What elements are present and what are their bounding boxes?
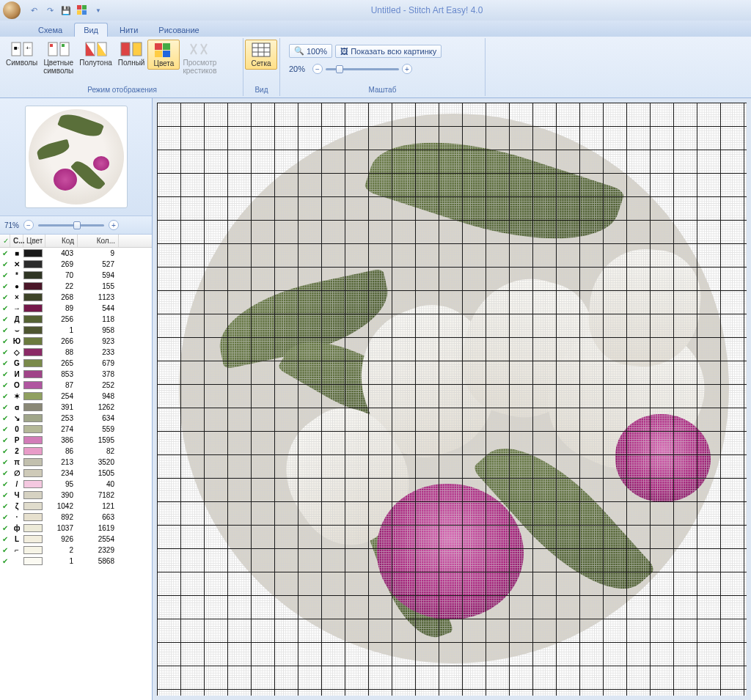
- code-cell: 1: [45, 557, 78, 565]
- code-cell: 1042: [45, 502, 78, 510]
- symbol-cell: G: [10, 359, 23, 367]
- svg-rect-2: [77, 10, 81, 15]
- table-row[interactable]: ✔ Д 256 118: [0, 314, 152, 325]
- table-row[interactable]: ✔ ✶ 254 948: [0, 391, 152, 402]
- code-cell: 269: [45, 260, 78, 268]
- count-cell: 1505: [78, 469, 119, 477]
- swatch-cell: [23, 304, 45, 312]
- color-table-header[interactable]: ✓ С... Цвет Код Кол...: [0, 235, 152, 248]
- count-cell: 40: [78, 480, 119, 488]
- table-row[interactable]: ✔ И 853 378: [0, 369, 152, 380]
- count-cell: 948: [78, 392, 119, 400]
- qat-dropdown-icon[interactable]: ▼: [91, 3, 106, 18]
- table-row[interactable]: ✔ 0 274 559: [0, 424, 152, 435]
- table-row[interactable]: ✔ ✕ 269 527: [0, 259, 152, 270]
- preview-zoom-minus[interactable]: −: [23, 220, 34, 230]
- table-row[interactable]: ✔ ⌣ 1 958: [0, 325, 152, 336]
- table-row[interactable]: ✔ Ч 390 7182: [0, 490, 152, 501]
- stitch-canvas[interactable]: [157, 103, 747, 696]
- swatch-cell: [23, 513, 45, 521]
- table-row[interactable]: ✔ · 892 663: [0, 512, 152, 523]
- table-row[interactable]: ✔ × 268 1123: [0, 292, 152, 303]
- preview-zoom-slider[interactable]: [38, 224, 104, 226]
- code-cell: 70: [45, 271, 78, 279]
- check-icon: ✔: [0, 524, 10, 532]
- table-row[interactable]: ✔ 2 86 82: [0, 446, 152, 457]
- btn-full[interactable]: Полный: [115, 40, 148, 68]
- table-row[interactable]: ✔ ⌐ 2 2329: [0, 545, 152, 556]
- table-row[interactable]: ✔ π 213 3520: [0, 457, 152, 468]
- tab-threads[interactable]: Нити: [111, 23, 147, 37]
- btn-grid[interactable]: Сетка: [245, 40, 277, 70]
- symbol-cell: Ч: [10, 491, 23, 499]
- preview-thumbnail[interactable]: [25, 106, 128, 208]
- count-cell: 634: [78, 414, 119, 422]
- swatch-cell: [23, 359, 45, 367]
- tab-schema[interactable]: Схема: [29, 23, 71, 37]
- ribbon-tabs: Схема Вид Нити Рисование: [0, 21, 751, 37]
- check-icon: ✔: [0, 414, 10, 422]
- table-row[interactable]: ✔ → 89 544: [0, 303, 152, 314]
- table-row[interactable]: ✔ / 95 40: [0, 479, 152, 490]
- table-row[interactable]: ✔ L 926 2554: [0, 534, 152, 545]
- code-cell: 386: [45, 436, 78, 444]
- table-row[interactable]: ✔ ∅ 234 1505: [0, 468, 152, 479]
- check-icon: ✔: [0, 502, 10, 510]
- check-icon: ✔: [0, 546, 10, 554]
- btn-colors[interactable]: Цвета: [147, 40, 180, 70]
- btn-zoom-100[interactable]: 🔍100%: [289, 44, 332, 58]
- symbol-cell: 2: [10, 447, 23, 455]
- table-row[interactable]: ✔ ◇ 88 233: [0, 347, 152, 358]
- swatch-cell: [23, 326, 45, 334]
- table-row[interactable]: ✔ ф 1037 1619: [0, 523, 152, 534]
- symbol-cell: ◇: [10, 348, 23, 356]
- tab-drawing[interactable]: Рисование: [150, 23, 208, 37]
- swatch-cell: [23, 480, 45, 488]
- table-row[interactable]: ✔ ζ 1042 121: [0, 501, 152, 512]
- redo-icon[interactable]: ↷: [43, 3, 57, 18]
- count-cell: 9: [78, 249, 119, 257]
- table-row[interactable]: ✔ O 87 252: [0, 380, 152, 391]
- table-row[interactable]: ✔ G 265 679: [0, 358, 152, 369]
- table-row[interactable]: ✔ ↘ 253 634: [0, 413, 152, 424]
- symbol-cell: ×: [10, 293, 23, 301]
- code-cell: 1037: [45, 524, 78, 532]
- code-cell: 88: [45, 348, 78, 356]
- symbol-cell: ⌣: [10, 326, 23, 335]
- table-row[interactable]: ✔ Ю 266 923: [0, 336, 152, 347]
- symbol-cell: ∅: [10, 469, 23, 477]
- zoom-percent-label: 20%: [289, 65, 309, 73]
- btn-symbols[interactable]: ■·+· Символы: [3, 40, 40, 68]
- svg-rect-20: [252, 43, 270, 56]
- table-row[interactable]: ✔ ɑ 391 1262: [0, 402, 152, 413]
- palette-icon[interactable]: [75, 3, 89, 18]
- table-row[interactable]: ✔ * 70 594: [0, 270, 152, 281]
- check-icon: ✔: [0, 337, 10, 345]
- zoom-plus-button[interactable]: +: [402, 64, 412, 74]
- code-cell: 926: [45, 535, 78, 543]
- table-row[interactable]: ✔ 1 5868: [0, 556, 152, 567]
- count-cell: 1595: [78, 436, 119, 444]
- swatch-cell: [23, 392, 45, 400]
- swatch-cell: [23, 260, 45, 268]
- app-orb-button[interactable]: [3, 1, 21, 19]
- code-cell: 390: [45, 491, 78, 499]
- preview-zoom-plus[interactable]: +: [109, 220, 119, 230]
- save-icon[interactable]: 💾: [59, 3, 73, 18]
- table-row[interactable]: ✔ ■ 403 9: [0, 248, 152, 259]
- btn-color-symbols[interactable]: Цветные символы: [40, 40, 76, 76]
- tab-view[interactable]: Вид: [74, 23, 108, 37]
- table-row[interactable]: ✔ ● 22 155: [0, 281, 152, 292]
- count-cell: 663: [78, 513, 119, 521]
- preview-pane: [0, 98, 152, 215]
- color-table[interactable]: ✓ С... Цвет Код Кол... ✔ ■ 403 9✔ ✕ 269 …: [0, 235, 152, 700]
- btn-show-all[interactable]: 🖼Показать всю картинку: [335, 45, 442, 58]
- code-cell: 266: [45, 337, 78, 345]
- table-row[interactable]: ✔ Р 386 1595: [0, 435, 152, 446]
- btn-halftones[interactable]: Полутона: [76, 40, 114, 68]
- zoom-minus-button[interactable]: −: [312, 64, 323, 74]
- undo-icon[interactable]: ↶: [26, 3, 41, 18]
- canvas-area[interactable]: [153, 98, 751, 700]
- zoom-slider[interactable]: [326, 68, 399, 70]
- code-cell: 256: [45, 315, 78, 323]
